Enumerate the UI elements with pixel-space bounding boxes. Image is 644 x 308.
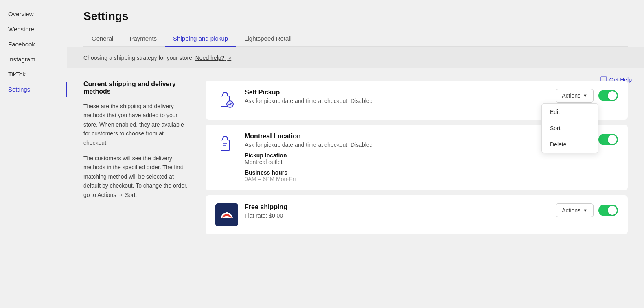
sidebar-item-settings[interactable]: Settings: [0, 82, 67, 97]
external-link-icon: ↗: [227, 55, 231, 61]
toggle-self-pickup[interactable]: [598, 90, 618, 101]
method-card-self-pickup: Self Pickup Ask for pickup date and time…: [206, 81, 628, 120]
sidebar-item-instagram[interactable]: Instagram: [0, 52, 67, 67]
pickup-icon: [215, 89, 238, 111]
tab-shipping[interactable]: Shipping and pickup: [165, 31, 236, 47]
main-content: Settings General Payments Shipping and p…: [67, 0, 644, 308]
need-help-link[interactable]: Need help? ↗: [195, 55, 232, 61]
methods-list: Self Pickup Ask for pickup date and time…: [206, 81, 628, 234]
content-area: Get Help Current shipping and delivery m…: [67, 68, 644, 247]
sidebar: Overview Webstore Facebook Instagram Tik…: [0, 0, 67, 308]
method-actions-self-pickup: Actions ▼: [556, 89, 618, 103]
pickup-location-value: Montreal outlet: [245, 159, 549, 165]
business-hours-value: 9AM – 6PM Mon-Fri: [245, 176, 549, 182]
sidebar-item-facebook[interactable]: Facebook: [0, 37, 67, 52]
montreal-icon: [215, 133, 238, 155]
method-info-free-shipping: Free shipping Flat rate: $0.00: [245, 203, 549, 221]
method-name-free-shipping: Free shipping: [245, 203, 549, 211]
tab-payments[interactable]: Payments: [121, 31, 165, 47]
pickup-location-label: Pickup location: [245, 152, 549, 159]
tab-lightspeed[interactable]: Lightspeed Retail: [236, 31, 300, 47]
method-info-self-pickup: Self Pickup Ask for pickup date and time…: [245, 89, 549, 106]
tabs-nav: General Payments Shipping and pickup Lig…: [83, 31, 628, 47]
section-para-2: The customers will see the delivery meth…: [83, 154, 189, 199]
page-header: Settings General Payments Shipping and p…: [67, 0, 644, 47]
sidebar-item-tiktok[interactable]: TikTok: [0, 67, 67, 82]
tab-general[interactable]: General: [83, 31, 121, 47]
svg-point-4: [226, 212, 228, 214]
section-description: Current shipping and delivery methods Th…: [83, 81, 189, 234]
chevron-down-icon: ▼: [583, 93, 587, 98]
method-name-self-pickup: Self Pickup: [245, 89, 549, 96]
chevron-down-icon: ▼: [583, 208, 587, 213]
actions-button-free-shipping[interactable]: Actions ▼: [556, 203, 594, 217]
sidebar-item-overview[interactable]: Overview: [0, 7, 67, 22]
method-sub-free-shipping: Flat rate: $0.00: [245, 212, 549, 219]
dropdown-edit[interactable]: Edit: [542, 104, 598, 120]
dropdown-sort[interactable]: Sort: [542, 120, 598, 136]
usps-icon: [215, 203, 238, 226]
page-title: Settings: [83, 10, 628, 23]
svg-rect-2: [221, 140, 229, 151]
section-title: Current shipping and delivery methods: [83, 81, 189, 95]
method-sub-montreal: Ask for pickup date and time at checkout…: [245, 142, 549, 148]
sidebar-item-webstore[interactable]: Webstore: [0, 22, 67, 37]
section-para-1: These are the shipping and delivery meth…: [83, 102, 189, 147]
toggle-montreal[interactable]: [598, 134, 618, 145]
method-actions-free-shipping: Actions ▼: [556, 203, 618, 217]
method-card-free-shipping: Free shipping Flat rate: $0.00 Actions ▼: [206, 195, 628, 234]
method-sub-self-pickup: Ask for pickup date and time at checkout…: [245, 98, 549, 104]
method-info-montreal: Montreal Location Ask for pickup date an…: [245, 133, 549, 182]
business-hours-label: Business hours: [245, 169, 549, 176]
info-banner: Choosing a shipping strategy for your st…: [67, 47, 644, 68]
actions-button-self-pickup[interactable]: Actions ▼: [556, 89, 594, 103]
dropdown-delete[interactable]: Delete: [542, 136, 598, 153]
actions-dropdown-self-pickup: Edit Sort Delete: [541, 103, 598, 153]
method-name-montreal: Montreal Location: [245, 133, 549, 140]
toggle-free-shipping[interactable]: [598, 205, 618, 216]
